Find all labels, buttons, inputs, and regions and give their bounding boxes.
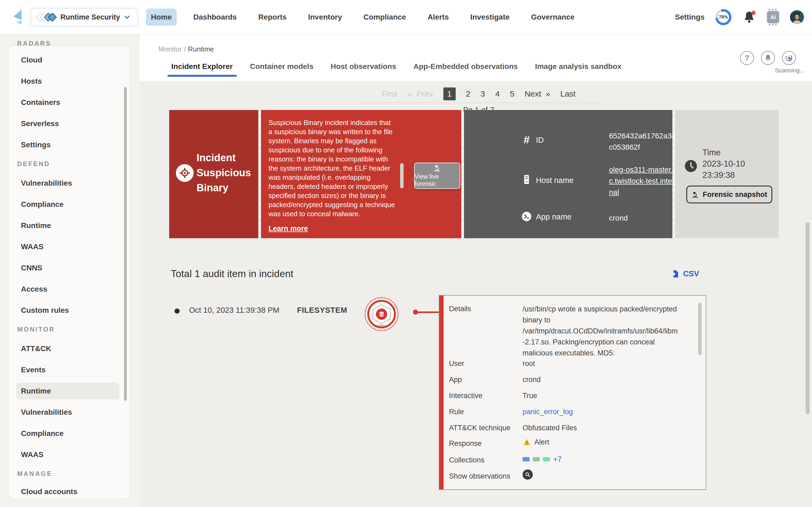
pagination-first[interactable]: First <box>382 89 397 99</box>
sidebar-item-defend-waas[interactable]: WAAS <box>8 236 126 257</box>
host-name-label: Host name <box>536 176 573 185</box>
timeline-bullet <box>174 308 180 314</box>
content-header: Monitor/Runtime Incident Explorer Contai… <box>140 34 812 81</box>
tab-host-observations[interactable]: Host observations <box>331 62 396 77</box>
collection-chip[interactable] <box>543 457 550 461</box>
attack-technique-label: ATT&CK technique <box>449 424 510 432</box>
collection-chip[interactable] <box>522 457 529 461</box>
sidebar-item-defend-compliance[interactable]: Compliance <box>8 194 126 215</box>
brand-logo-icon <box>12 9 23 25</box>
id-hash-icon: # <box>521 134 532 146</box>
user-value: root <box>522 359 535 368</box>
breadcrumb-parent[interactable]: Monitor <box>158 45 182 53</box>
host-name-link[interactable]: oleg-os311-master.c.twistlock-test.inter… <box>609 164 676 198</box>
tab-app-embedded-observations[interactable]: App-Embedded observations <box>413 62 518 77</box>
sidebar-item-defend-runtime[interactable]: Runtime <box>8 215 126 236</box>
learn-more-link[interactable]: Learn more <box>268 225 308 233</box>
sidebar-item-monitor-events[interactable]: Events <box>8 359 126 380</box>
scanning-status-button[interactable] <box>782 51 796 65</box>
sidebar-item-cloud[interactable]: Cloud <box>8 49 126 70</box>
notifications-bell-icon[interactable] <box>742 10 756 24</box>
settings-link[interactable]: Settings <box>675 13 705 21</box>
breadcrumb-current: Runtime <box>188 45 214 53</box>
sidebar-item-defend-access[interactable]: Access <box>8 278 126 300</box>
sidebar-item-monitor-attack[interactable]: ATT&CK <box>8 338 126 359</box>
sidebar-item-defend-custom-rules[interactable]: Custom rules <box>8 300 126 321</box>
sidebar-heading-radars: RADARS <box>8 41 126 49</box>
sidebar-item-settings[interactable]: Settings <box>8 134 126 155</box>
incident-title-section: Incident Suspicious Binary <box>169 110 258 238</box>
audit-timestamp: Oct 10, 2023 11:39:38 PM <box>189 306 279 315</box>
page-scrollbar[interactable] <box>806 222 810 414</box>
user-avatar[interactable] <box>790 10 804 24</box>
description-scrollbar[interactable] <box>400 163 404 188</box>
rule-link[interactable]: panic_error_log <box>522 408 573 416</box>
product-diamonds-icon <box>37 14 56 20</box>
usage-progress-ring[interactable]: 78% <box>713 7 733 27</box>
nav-reports[interactable]: Reports <box>253 9 292 26</box>
nav-home[interactable]: Home <box>146 9 177 26</box>
nav-investigate[interactable]: Investigate <box>466 9 514 26</box>
breadcrumb: Monitor/Runtime <box>158 45 214 53</box>
nav-compliance[interactable]: Compliance <box>358 9 411 26</box>
show-observations-label: Show observations <box>449 472 510 481</box>
sidebar-item-containers[interactable]: Containers <box>8 92 126 113</box>
audit-detail-card: Details /usr/bin/cp wrote a suspicious p… <box>439 295 706 490</box>
interactive-label: Interactive <box>449 392 483 400</box>
magnifier-icon <box>524 471 531 478</box>
sidebar-item-defend-cnns[interactable]: CNNS <box>8 257 126 278</box>
filesystem-event-badge[interactable] <box>365 297 399 331</box>
sidebar-item-monitor-vulnerabilities[interactable]: Vulnerabilities <box>8 402 126 423</box>
id-value: 6526432a61762a3ec053862f <box>609 130 676 153</box>
sidebar-item-monitor-waas[interactable]: WAAS <box>8 444 126 465</box>
pagination-page-3[interactable]: 3 <box>480 89 485 99</box>
sidebar-item-defend-vulnerabilities[interactable]: Vulnerabilities <box>8 172 126 194</box>
chevron-down-icon <box>123 13 131 21</box>
response-value: Alert <box>522 438 549 446</box>
help-button[interactable]: ? <box>740 51 754 65</box>
pagination-prev[interactable]: « Prev <box>408 89 433 99</box>
pagination-page-2[interactable]: 2 <box>466 89 470 99</box>
pagination-page-4[interactable]: 4 <box>495 89 500 99</box>
sidebar-item-hosts[interactable]: Hosts <box>8 70 126 92</box>
pagination-page-1[interactable]: 1 <box>443 88 456 100</box>
time-label: Time <box>702 147 745 158</box>
details-scrollbar[interactable] <box>698 302 702 355</box>
nav-dashboards[interactable]: Dashboards <box>189 9 242 26</box>
sidebar-item-serverless[interactable]: Serverless <box>8 113 126 134</box>
tab-bar: Incident Explorer Container models Host … <box>171 62 622 77</box>
tab-container-models[interactable]: Container models <box>250 62 313 77</box>
pagination-next[interactable]: Next » <box>525 89 550 99</box>
scanning-label: Scanning... <box>775 67 805 74</box>
csv-export-icon <box>671 270 680 278</box>
notification-badge <box>751 11 756 15</box>
time-clock: 23:39:38 <box>702 170 745 181</box>
tab-image-analysis-sandbox[interactable]: Image analysis sandbox <box>535 62 621 77</box>
view-live-forensic-button[interactable]: View live forensic <box>414 163 460 189</box>
pagination-page-5[interactable]: 5 <box>510 89 514 99</box>
nav-governance[interactable]: Governance <box>526 9 579 26</box>
alerts-bell-button[interactable] <box>761 51 775 65</box>
collection-chip[interactable] <box>533 457 540 461</box>
nav-inventory[interactable]: Inventory <box>303 9 347 26</box>
collections-more-link[interactable]: +7 <box>553 455 562 463</box>
sidebar-heading-monitor: MONITOR <box>8 321 126 338</box>
pagination-last[interactable]: Last <box>560 89 576 99</box>
sidebar-item-monitor-compliance[interactable]: Compliance <box>8 423 126 444</box>
ai-assistant-icon[interactable]: AI <box>767 11 779 23</box>
show-observations-button[interactable] <box>522 469 533 480</box>
incident-description: Suspicious Binary incident indicates tha… <box>268 118 396 218</box>
incident-time: Time 2023-10-10 23:39:38 <box>702 147 745 181</box>
nav-alerts[interactable]: Alerts <box>423 9 454 26</box>
sidebar-item-cloud-accounts[interactable]: Cloud accounts <box>8 482 126 500</box>
sidebar-scrollbar[interactable] <box>124 87 127 401</box>
tab-incident-explorer[interactable]: Incident Explorer <box>171 62 233 77</box>
sidebar-item-monitor-runtime[interactable]: Runtime <box>8 380 126 402</box>
id-label: ID <box>536 136 544 145</box>
forensic-snapshot-button[interactable]: Forensic snapshot <box>686 186 772 203</box>
microscope-icon <box>433 164 441 172</box>
pagination-divider <box>357 103 600 103</box>
csv-export-link[interactable]: CSV <box>671 269 699 278</box>
dotted-divider <box>258 110 261 238</box>
product-switcher[interactable]: Runtime Security <box>31 9 137 26</box>
